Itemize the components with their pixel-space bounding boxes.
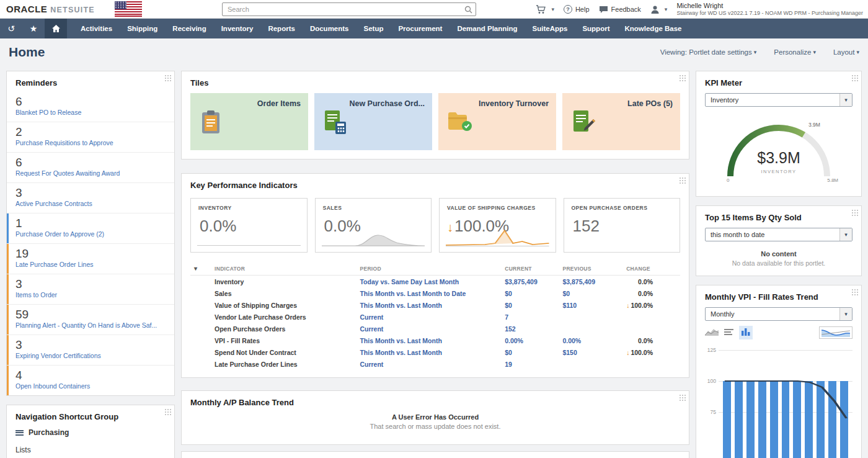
search-input[interactable] <box>223 6 461 13</box>
kpi-card-open-purchase-orders[interactable]: OPEN PURCHASE ORDERS 152 <box>564 198 681 253</box>
current-value[interactable]: 0.00% <box>501 335 559 346</box>
tile-new-purchase-order[interactable]: New Purchase Ord... <box>314 93 432 150</box>
user-info[interactable]: Michelle Wright Stairway for WD US v2022… <box>676 2 863 17</box>
period-link[interactable]: This Month vs. Last Month <box>356 346 501 358</box>
portlet-title[interactable]: Key Performance Indicators <box>182 174 689 194</box>
table-filter-caret-icon[interactable] <box>194 266 197 272</box>
nav-item[interactable]: Knowledge Base <box>617 19 689 38</box>
global-search[interactable] <box>222 2 476 16</box>
drag-handle-icon[interactable] <box>679 177 686 184</box>
chevron-down-icon[interactable] <box>839 308 852 320</box>
reminder-item[interactable]: 1 Purchase Order to Approve (2) <box>7 213 174 243</box>
current-value[interactable]: $0 <box>501 346 559 358</box>
reminder-item[interactable]: 6 Request For Quotes Awaiting Award <box>7 152 174 182</box>
reminder-item[interactable]: 3 Expiring Vendor Certifications <box>7 335 174 365</box>
reminder-label[interactable]: Active Purchase Contracts <box>16 199 168 208</box>
recent-records-icon[interactable]: ↺ <box>0 19 22 38</box>
previous-value[interactable] <box>559 311 622 323</box>
portlet-title[interactable]: Navigation Shortcut Group <box>7 405 174 426</box>
portlet-title[interactable]: Tiles <box>182 71 689 92</box>
portlet-title[interactable]: Monthly A/P Balance Trend <box>182 391 689 411</box>
drag-handle-icon[interactable] <box>851 209 858 216</box>
reminder-item[interactable]: 59 Planning Alert - Quantity On Hand is … <box>7 304 174 335</box>
shortcut-item-items[interactable]: Items <box>7 454 174 458</box>
kpi-card-sales[interactable]: SALES 0.0% <box>315 198 432 253</box>
drag-handle-icon[interactable] <box>164 74 171 81</box>
nav-item[interactable]: Reports <box>260 19 302 38</box>
nav-item[interactable]: SuiteApps <box>525 19 575 38</box>
feedback-button[interactable]: Feedback <box>599 6 641 14</box>
drag-handle-icon[interactable] <box>164 408 171 415</box>
previous-value[interactable]: $150 <box>559 346 622 358</box>
trendline-preview-icon[interactable] <box>819 326 852 339</box>
portlet-title[interactable]: Top 15 Items By Qty Sold <box>696 206 861 227</box>
reminder-label[interactable]: Request For Quotes Awaiting Award <box>16 169 168 177</box>
previous-value[interactable] <box>559 358 622 370</box>
drag-handle-icon[interactable] <box>851 289 858 295</box>
reminder-item[interactable]: 3 Active Purchase Contracts <box>7 182 174 213</box>
drag-handle-icon[interactable] <box>679 394 686 401</box>
reminder-label[interactable]: Planning Alert - Quantity On Hand is Abo… <box>16 321 168 330</box>
current-value[interactable]: $0 <box>501 287 559 299</box>
shortcuts-star-icon[interactable]: ★ <box>22 19 45 38</box>
kpi-card-shipping-charges[interactable]: VALUE OF SHIPPING CHARGES ↓100.0% <box>439 198 556 253</box>
shortcut-group-purchasing[interactable]: Purchasing <box>7 426 174 437</box>
period-link[interactable]: Current <box>356 358 501 370</box>
nav-item[interactable]: Procurement <box>391 19 450 38</box>
top-items-select[interactable]: this month to date <box>705 228 852 241</box>
reminder-item[interactable]: 4 Open Inbound Containers <box>7 365 174 395</box>
drag-handle-icon[interactable] <box>851 74 858 81</box>
previous-value[interactable] <box>559 323 622 335</box>
vpi-period-select[interactable]: Monthly <box>705 307 852 321</box>
reminder-label[interactable]: Purchase Requisitions to Approve <box>16 138 168 147</box>
period-link[interactable]: Current <box>356 323 501 335</box>
us-flag-icon[interactable] <box>115 1 142 17</box>
nav-item[interactable]: Documents <box>303 19 356 38</box>
reminder-label[interactable]: Blanket PO to Release <box>16 108 168 117</box>
nav-item[interactable]: Activities <box>73 19 120 38</box>
chevron-down-icon[interactable] <box>839 228 852 241</box>
layout-menu[interactable]: Layout <box>833 48 859 56</box>
reminder-label[interactable]: Expiring Vendor Certifications <box>16 351 168 360</box>
nav-item[interactable]: Shipping <box>120 19 165 38</box>
reminder-item[interactable]: 6 Blanket PO to Release <box>7 92 174 122</box>
reminder-item[interactable]: 3 Items to Order <box>7 274 174 304</box>
chevron-down-icon[interactable] <box>839 94 852 106</box>
bar-chart-toggle-icon[interactable] <box>739 326 753 339</box>
portlet-title[interactable]: Reminders <box>7 71 174 92</box>
previous-value[interactable]: $0 <box>559 287 622 299</box>
reminder-label[interactable]: Late Purchase Order Lines <box>16 260 168 269</box>
viewing-menu[interactable]: Viewing: Portlet date settings <box>660 48 757 56</box>
reminder-label[interactable]: Open Inbound Containers <box>16 382 168 390</box>
area-chart-toggle-icon[interactable] <box>705 327 719 338</box>
period-link[interactable]: Today vs. Same Day Last Month <box>356 276 501 288</box>
user-menu-button[interactable] <box>650 5 668 14</box>
drag-handle-icon[interactable] <box>679 74 686 81</box>
search-icon[interactable] <box>461 6 476 14</box>
tile-late-pos[interactable]: Late POs (5) <box>562 93 680 150</box>
current-value[interactable]: 19 <box>501 358 559 370</box>
nav-item[interactable]: Receiving <box>165 19 213 38</box>
period-link[interactable]: This Month vs. Last Month to Date <box>356 287 501 299</box>
home-icon[interactable] <box>45 19 67 38</box>
reminder-item[interactable]: 2 Purchase Requisitions to Approve <box>7 122 174 152</box>
previous-value[interactable]: $3,875,409 <box>559 276 622 288</box>
reminder-label[interactable]: Purchase Order to Approve (2) <box>16 230 168 238</box>
previous-value[interactable]: 0.00% <box>559 335 622 346</box>
kpi-meter-select[interactable]: Inventory <box>705 93 852 107</box>
reminder-item[interactable]: 19 Late Purchase Order Lines <box>7 243 174 274</box>
tile-inventory-turnover[interactable]: Inventory Turnover <box>438 93 556 150</box>
current-value[interactable]: 152 <box>501 323 559 335</box>
personalize-menu[interactable]: Personalize <box>774 48 816 56</box>
period-link[interactable]: This Month vs. Last Month <box>356 335 501 346</box>
help-button[interactable]: Help <box>564 5 590 14</box>
period-link[interactable]: This Month vs. Last Month <box>356 299 501 311</box>
current-value[interactable]: $0 <box>501 299 559 311</box>
netsuite-logo[interactable]: ORACLE NETSUITE <box>6 4 95 14</box>
tile-order-items[interactable]: Order Items <box>190 93 308 150</box>
previous-value[interactable]: $110 <box>559 299 622 311</box>
cart-button[interactable] <box>536 5 554 14</box>
nav-item[interactable]: Demand Planning <box>450 19 525 38</box>
nav-item[interactable]: Support <box>575 19 617 38</box>
current-value[interactable]: 7 <box>501 311 559 323</box>
